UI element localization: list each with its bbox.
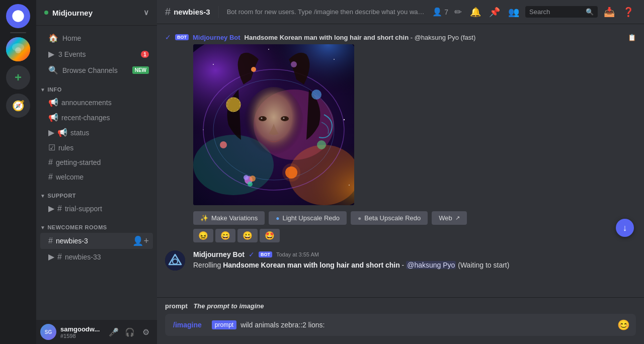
channel-welcome-label: welcome [56,173,84,181]
topbar-hash-icon: # [165,6,171,18]
action-buttons: ✨ Make Variations ● Light Upscale Redo ●… [157,207,644,227]
message-input-area: /imagine prompt 😊 [157,314,644,344]
newbies3-hash: # [48,236,53,245]
bot-verified-icon: ✓ [165,33,171,41]
web-external-icon: ↗ [455,215,460,221]
channel-newbies-3[interactable]: # newbies-3 👤+ [40,233,153,249]
help-button[interactable]: ❓ [621,5,636,20]
notification-button[interactable]: 🔔 [468,5,483,20]
make-variations-icon: ✨ [200,214,208,222]
light-upscale-icon: ● [276,215,279,222]
scroll-to-bottom[interactable]: ↓ [616,219,634,237]
browse-icon: 🔍 [48,65,58,75]
nav-browse-label: Browse Channels [62,66,118,74]
emoji-lol[interactable]: 😄 [215,229,235,242]
recent-icon: 📢 [48,113,58,122]
reroll-message-group: Midjourney Bot ✓ BOT Today at 3:55 AM Re… [157,248,644,273]
trial-expand-icon: ▶ [48,204,54,213]
emoji-grin[interactable]: 😀 [237,229,258,242]
channel-status[interactable]: ▶ 📢 status [40,125,153,140]
beta-upscale-redo-button[interactable]: ● Beta Upscale Redo [351,211,428,225]
svg-point-21 [311,90,321,100]
settings-button[interactable]: ⚙ [139,325,153,339]
channel-getting-started[interactable]: # getting-started [40,155,153,169]
pinned-button[interactable]: 📌 [487,5,502,20]
reroll-author[interactable]: Midjourney Bot [193,250,245,259]
newbies3-add-member[interactable]: 👤+ [132,235,149,246]
reroll-verified-icon: ✓ [249,250,255,259]
emoji-picker-button[interactable]: 😊 [613,317,634,333]
svg-point-18 [283,118,285,119]
member-count: 👤 7 [432,7,448,17]
bot-action-icon: 📋 [628,34,636,41]
getting-started-icon: # [48,158,53,167]
category-newcomer-chevron: ▼ [40,225,45,230]
prompt-label-row: prompt The prompt to imagine [165,302,636,310]
search-box[interactable]: Search 🔍 [525,6,598,18]
prompt-label: prompt The prompt to imagine [165,302,264,310]
channel-getting-started-label: getting-started [56,158,101,166]
channel-recent-changes[interactable]: 📢 recent-changes [40,110,153,125]
svg-point-36 [250,176,256,182]
emoji-angry[interactable]: 😖 [193,229,213,242]
command-input[interactable] [238,317,613,333]
emoji-love[interactable]: 🤩 [260,229,280,242]
inbox-button[interactable]: 📥 [602,5,617,20]
svg-point-15 [261,118,263,119]
channel-rules-label: rules [58,144,73,152]
channel-trial-support[interactable]: ▶ # trial-support [40,201,153,216]
messages-area: ✓ BOT Midjourney Bot Handsome Korean man… [157,24,644,297]
channel-announcements[interactable]: 📢 announcements [40,95,153,110]
user-discrim: #1598 [60,333,103,339]
threads-button[interactable]: ✏ [452,5,464,20]
bot-action-author: Midjourney Bot [193,34,240,41]
svg-point-33 [349,185,350,186]
nav-events[interactable]: ▶ 3 Events 1 [40,46,153,62]
prompt-bar: prompt The prompt to imagine [157,297,644,314]
members-button[interactable]: 👥 [506,5,521,20]
topbar-divider [218,6,219,18]
reroll-message-text: Rerolling Handsome Korean man with long … [193,261,636,271]
reroll-message-content: Midjourney Bot ✓ BOT Today at 3:55 AM Re… [193,250,636,271]
beta-upscale-label: Beta Upscale Redo [364,214,421,222]
member-icon: 👤 [432,7,442,17]
svg-point-25 [291,61,297,67]
newbies33-expand: ▶ [48,252,54,262]
nav-home-label: Home [62,34,81,42]
channel-recent-label: recent-changes [61,114,110,122]
channel-newbies-33[interactable]: ▶ # newbies-33 [40,249,153,264]
category-info[interactable]: ▼ INFO [36,78,157,95]
nav-browse[interactable]: 🔍 Browse Channels NEW [40,62,153,78]
category-info-chevron: ▼ [40,87,45,93]
server-name: Midjourney [52,9,93,17]
svg-point-35 [244,175,249,180]
message-input-box: /imagine prompt 😊 [165,314,636,336]
mute-button[interactable]: 🎤 [107,325,121,339]
channel-welcome[interactable]: # welcome [40,170,153,184]
make-variations-button[interactable]: ✨ Make Variations [193,211,265,225]
add-server-icon[interactable]: + [6,65,30,90]
home-icon: 🏠 [48,33,58,43]
category-support-label: SUPPORT [47,193,76,199]
nav-home[interactable]: 🏠 Home [40,30,153,46]
discord-home-icon[interactable] [6,4,30,28]
reroll-timestamp: Today at 3:55 AM [276,251,319,257]
member-count-value: 7 [444,8,448,16]
light-upscale-redo-button[interactable]: ● Light Upscale Redo [269,211,347,225]
user-controls: 🎤 🎧 ⚙ [107,325,153,339]
channel-rules[interactable]: ☑ rules [40,140,153,155]
channel-trial-label: trial-support [65,205,102,213]
category-support[interactable]: ▼ SUPPORT [36,185,157,201]
deafen-button[interactable]: 🎧 [123,325,137,339]
explore-icon[interactable]: 🧭 [6,94,30,118]
mention-haksung[interactable]: @haksung Pyo [406,261,456,269]
midjourney-server-icon[interactable] [6,37,30,61]
web-button[interactable]: Web ↗ [432,211,467,225]
reroll-message-header: Midjourney Bot ✓ BOT Today at 3:55 AM [193,250,636,259]
svg-point-29 [334,59,335,60]
category-info-label: INFO [47,87,61,93]
image-container [157,42,644,207]
category-newcomer[interactable]: ▼ NEWCOMER ROOMS [36,216,157,232]
server-header[interactable]: Midjourney ∨ [36,0,157,26]
events-badge: 1 [141,51,149,58]
